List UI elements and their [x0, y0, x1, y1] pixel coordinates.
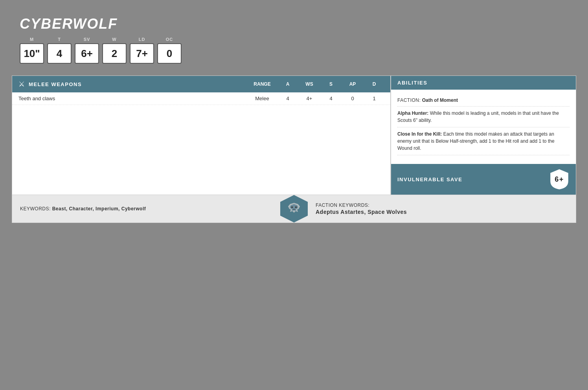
ability-name: Alpha Hunter: — [397, 110, 428, 116]
weapon-ap: 0 — [341, 96, 364, 101]
table-row: Teeth and claws Melee 4 4+ 4 0 1 — [12, 92, 390, 105]
stat-label-m: M — [30, 37, 34, 42]
stat-t: T 4 — [47, 37, 72, 64]
abilities-title: ABILITIES — [397, 80, 427, 86]
invulnerable-save-label: INVULNERABLE SAVE — [397, 177, 462, 182]
svg-point-0 — [291, 206, 293, 208]
ability-entry: Close In for the Kill: Each time this mo… — [397, 127, 570, 155]
ability-name: Close In for the Kill: — [397, 131, 442, 137]
stat-label-t: T — [58, 37, 61, 42]
keywords-section: KEYWORDS: Beast, Character, Imperium, Cy… — [12, 201, 280, 217]
weapon-damage: 1 — [364, 96, 384, 101]
wolf-icon — [286, 201, 302, 217]
faction-label: FACTION: — [397, 98, 421, 103]
melee-icon: ⚔ — [18, 80, 25, 88]
stat-oc: OC 0 — [157, 37, 182, 64]
weapon-rows: Teeth and claws Melee 4 4+ 4 0 1 — [12, 92, 390, 105]
stat-label-w: W — [112, 37, 116, 42]
card-footer: KEYWORDS: Beast, Character, Imperium, Cy… — [12, 195, 576, 223]
stat-label-sv: SV — [84, 37, 90, 42]
weapons-section-title: MELEE WEAPONS — [29, 81, 82, 87]
left-panel: ⚔ MELEE WEAPONS RANGE A WS S AP D Teeth … — [12, 76, 391, 195]
stat-label-oc: OC — [166, 37, 173, 42]
keywords-values: Beast, Character, Imperium, Cyberwolf — [52, 206, 146, 212]
ability-entry: Alpha Hunter: While this model is leadin… — [397, 107, 570, 127]
stat-sv: SV 6+ — [75, 37, 99, 64]
col-ap: AP — [341, 81, 364, 87]
weapons-header: ⚔ MELEE WEAPONS RANGE A WS S AP D — [12, 76, 390, 92]
weapon-ws: 4+ — [298, 96, 321, 101]
weapon-name: Teeth and claws — [18, 96, 246, 101]
stat-value-oc: 0 — [157, 43, 182, 64]
faction-keywords-values: Adeptus Astartes, Space Wolves — [316, 209, 407, 215]
col-range: RANGE — [246, 81, 278, 87]
stat-value-sv: 6+ — [75, 43, 99, 64]
invulnerable-save-value: 6+ — [555, 175, 564, 184]
keywords-label: KEYWORDS: — [20, 206, 51, 212]
stat-value-w: 2 — [102, 43, 127, 64]
col-a: A — [278, 81, 298, 87]
col-s: S — [321, 81, 341, 87]
faction-keywords-label: FACTION KEYWORDS: — [316, 202, 568, 208]
main-card: ⚔ MELEE WEAPONS RANGE A WS S AP D Teeth … — [12, 75, 576, 223]
stat-ld: LD 7+ — [130, 37, 154, 64]
svg-point-1 — [295, 206, 297, 208]
weapon-strength: 4 — [321, 96, 341, 101]
stat-m: M 10" — [20, 37, 44, 64]
wolf-badge — [280, 195, 308, 223]
invulnerable-save-section: INVULNERABLE SAVE 6+ — [391, 164, 576, 195]
col-d: D — [364, 81, 384, 87]
stat-label-ld: LD — [139, 37, 145, 42]
ability-entries: Alpha Hunter: While this model is leadin… — [397, 107, 570, 155]
col-ws: WS — [298, 81, 321, 87]
stat-value-ld: 7+ — [130, 43, 154, 64]
right-panel: ABILITIES FACTION: Oath of Moment Alpha … — [391, 76, 576, 195]
weapon-range: Melee — [246, 96, 278, 101]
faction-keywords-section: FACTION KEYWORDS: Adeptus Astartes, Spac… — [308, 197, 576, 221]
stat-value-t: 4 — [47, 43, 72, 64]
card-body: ⚔ MELEE WEAPONS RANGE A WS S AP D Teeth … — [12, 76, 576, 195]
abilities-content: FACTION: Oath of Moment Alpha Hunter: Wh… — [391, 90, 576, 160]
abilities-header: ABILITIES — [391, 76, 576, 90]
invulnerable-save-badge: 6+ — [549, 168, 570, 191]
faction-ability-name: Oath of Moment — [422, 98, 458, 103]
faction-ability: FACTION: Oath of Moment — [397, 94, 570, 107]
unit-title: CYBERWOLF — [20, 16, 568, 32]
stats-row: M 10" T 4 SV 6+ W 2 LD 7+ OC 0 — [20, 37, 568, 64]
stat-w: W 2 — [102, 37, 127, 64]
header-section: CYBERWOLF M 10" T 4 SV 6+ W 2 LD 7+ OC 0 — [0, 0, 588, 75]
stat-value-m: 10" — [20, 43, 44, 64]
weapon-attacks: 4 — [278, 96, 298, 101]
